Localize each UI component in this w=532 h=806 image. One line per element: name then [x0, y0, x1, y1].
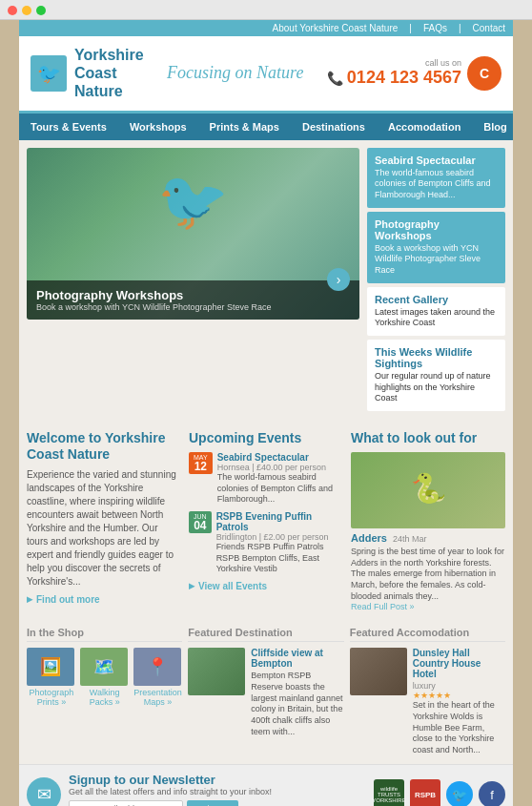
main-content: 🐦 Photography Workshops Book a workshop …	[19, 140, 513, 424]
shop-item-prints[interactable]: 🖼️ PhotographPrints »	[27, 648, 76, 707]
event2-title[interactable]: RSPB Evening Puffin Patrols	[216, 511, 343, 532]
header: 🐦 Yorkshire Coast Nature Focusing on Nat…	[19, 36, 513, 114]
logo-text: Yorkshire Coast Nature	[74, 46, 144, 101]
shop-item-walking[interactable]: 🗺️ WalkingPacks »	[80, 648, 130, 707]
sidebar-card-gallery[interactable]: Recent Gallery Latest images taken aroun…	[367, 287, 505, 336]
find-out-more-link[interactable]: Find out more	[27, 594, 181, 605]
about-link[interactable]: About Yorkshire Coast Nature	[273, 23, 399, 33]
shop-item-maps[interactable]: 📍 PresentationMaps »	[133, 648, 183, 707]
separator2: |	[459, 23, 461, 33]
featured-accom-rating-note: luxury	[413, 681, 505, 691]
featured-dest-desc: Bempton RSPB Reserve boasts the largest …	[251, 671, 343, 737]
featured-dest-col: Featured Destination Cliffside view at B…	[188, 627, 343, 737]
separator1: |	[409, 23, 412, 33]
wildlife-description: Spring is the best time of year to look …	[351, 547, 505, 602]
hero-arrow-button[interactable]: ›	[327, 268, 350, 291]
shop-featured-section: In the Shop 🖼️ PhotographPrints » 🗺️ Wal…	[19, 619, 513, 763]
featured-accom-name[interactable]: Dunsley Hall Country House Hotel	[413, 648, 505, 679]
sidebar: Seabird Spectacular The world-famous sea…	[367, 148, 505, 416]
featured-dest-text: Cliffside view at Bempton Bempton RSPB R…	[251, 648, 343, 737]
event-item-2: JUN 04 RSPB Evening Puffin Patrols Bridl…	[189, 511, 343, 575]
event2-content: RSPB Evening Puffin Patrols Bridlington …	[216, 511, 343, 575]
wildlife-creature-title: Adders	[351, 532, 387, 544]
phone-icon: 📞	[327, 71, 343, 86]
shop-walking-img: 🗺️	[80, 648, 128, 686]
read-full-link[interactable]: Read Full Post »	[351, 602, 505, 611]
featured-dest-name[interactable]: Cliffside view at Bempton	[251, 648, 343, 669]
featured-accom-image	[350, 648, 407, 695]
event1-day: 12	[194, 461, 207, 472]
newsletter-email-input[interactable]	[69, 800, 183, 806]
facebook-button[interactable]: f	[479, 781, 505, 806]
sidebar-photo-text: Book a workshop with YCN Wildlife Photog…	[375, 243, 498, 277]
wildlife-trusts-badge: wildlifeTRUSTSYORKSHIRE	[374, 779, 404, 806]
wildlife-col: What to look out for 🐍 Adders 24th Mar S…	[351, 430, 505, 611]
view-all-events-link[interactable]: View all Events	[189, 581, 343, 591]
welcome-text: Experience the varied and stunning lands…	[27, 468, 181, 589]
welcome-col: Welcome to Yorkshire Coast Nature Experi…	[27, 430, 181, 611]
sidebar-gallery-title: Recent Gallery	[375, 294, 498, 305]
maximize-dot[interactable]	[36, 6, 46, 15]
event1-desc: The world-famous seabird colonies of Bem…	[217, 472, 343, 506]
event1-location: Hornsea | £40.00 per person	[217, 463, 343, 472]
close-dot[interactable]	[8, 6, 17, 15]
tagline: Focusing on Nature	[167, 63, 303, 83]
newsletter-signup-button[interactable]: » Sign up	[187, 800, 238, 806]
event2-date-badge: JUN 04	[189, 511, 212, 533]
nav-accomodation[interactable]: Accomodation	[377, 114, 472, 140]
event1-date-badge: MAY 12	[189, 452, 213, 474]
phone-number[interactable]: 0124 123 4567	[347, 68, 461, 88]
shop-maps-label: PresentationMaps »	[133, 688, 183, 707]
top-bar: About Yorkshire Coast Nature | FAQs | Co…	[19, 20, 513, 36]
sidebar-wildlife-text: Our regular round up of nature highlight…	[375, 371, 498, 404]
nav-destinations[interactable]: Destinations	[291, 114, 377, 140]
twitter-button[interactable]: 🐦	[446, 781, 473, 806]
wildlife-date: 24th Mar	[393, 534, 427, 544]
nav-blog[interactable]: Blog	[472, 114, 518, 140]
nav-prints[interactable]: Prints & Maps	[198, 114, 291, 140]
sidebar-card-photo[interactable]: Photography Workshops Book a workshop wi…	[367, 212, 505, 283]
newsletter-subtitle: Get all the latest offers and info strai…	[69, 787, 366, 796]
faqs-link[interactable]: FAQs	[423, 23, 447, 33]
featured-accom-desc: Set in the heart of the Yorkshire Wolds …	[413, 700, 505, 755]
event2-desc: Friends RSPB Puffin Patrols RSPB Bempton…	[216, 542, 343, 575]
header-right: call us on 📞 0124 123 4567 C	[327, 56, 501, 91]
logo-line2: Coast	[74, 65, 116, 81]
minimize-dot[interactable]	[22, 6, 31, 15]
sidebar-card-seabird[interactable]: Seabird Spectacular The world-famous sea…	[367, 148, 505, 208]
sidebar-gallery-text: Latest images taken around the Yorkshire…	[375, 307, 498, 329]
shop-title: In the Shop	[27, 627, 182, 642]
welcome-title: Welcome to Yorkshire Coast Nature	[27, 430, 181, 463]
event2-day: 04	[194, 520, 206, 531]
page-wrapper: About Yorkshire Coast Nature | FAQs | Co…	[19, 20, 513, 806]
featured-accom-stars: ★★★★★	[413, 691, 505, 700]
browser-chrome	[0, 0, 532, 20]
wildlife-col-title: What to look out for	[351, 430, 505, 446]
featured-accom-text: Dunsley Hall Country House Hotel luxury …	[413, 648, 505, 755]
shop-walking-label: WalkingPacks »	[80, 688, 130, 707]
contact-link[interactable]: Contact	[473, 23, 505, 33]
sidebar-card-wildlife[interactable]: This Weeks Wildlife Sightings Our regula…	[367, 340, 505, 411]
newsletter-form: » Sign up	[69, 800, 366, 806]
shop-items: 🖼️ PhotographPrints » 🗺️ WalkingPacks » …	[27, 648, 182, 707]
newsletter-title: Signup to our Newsletter	[69, 773, 366, 787]
header-cta-button[interactable]: C	[467, 56, 501, 91]
hero-caption: Photography Workshops Book a workshop wi…	[27, 280, 359, 320]
events-col: Upcoming Events MAY 12 Seabird Spectacul…	[189, 430, 343, 611]
hero-caption-sub: Book a workshop with YCN Wildlife Photog…	[36, 302, 350, 312]
call-us-label: call us on	[327, 58, 461, 68]
nav-tours[interactable]: Tours & Events	[19, 114, 118, 140]
shop-prints-label: PhotographPrints »	[27, 688, 76, 707]
main-nav: Tours & Events Workshops Prints & Maps D…	[19, 114, 513, 140]
featured-accom-content: Dunsley Hall Country House Hotel luxury …	[350, 648, 505, 755]
nav-workshops[interactable]: Workshops	[118, 114, 198, 140]
logo-area: 🐦 Yorkshire Coast Nature	[31, 46, 144, 101]
featured-dest-title: Featured Destination	[188, 627, 343, 642]
phone-area: call us on 📞 0124 123 4567	[327, 58, 461, 88]
logo-icon: 🐦	[31, 55, 67, 92]
sidebar-photo-title: Photography Workshops	[375, 218, 498, 241]
sidebar-wildlife-title: This Weeks Wildlife Sightings	[375, 346, 498, 369]
event1-title[interactable]: Seabird Spectacular	[217, 452, 343, 463]
three-col-section: Welcome to Yorkshire Coast Nature Experi…	[19, 423, 513, 619]
newsletter-icon: ✉	[27, 777, 61, 806]
